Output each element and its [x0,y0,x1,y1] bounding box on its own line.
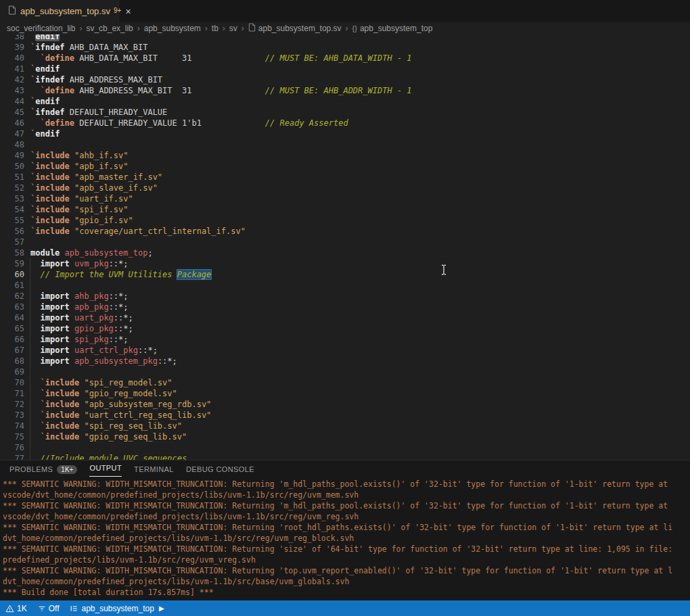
code-text: `include "gpio_reg_model.sv" [30,388,177,399]
filter-status-item[interactable]: Off [32,600,65,616]
run-play-icon[interactable]: ▶ [159,605,164,612]
breadcrumb-label: sv [229,24,237,33]
code-line-67[interactable]: 67 import uart_ctrl_pkg::*; [0,345,690,356]
run-config-label: apb_subsystem_top [81,604,154,613]
code-line-70[interactable]: 70 `include "spi_reg_model.sv" [0,377,690,388]
code-line-57[interactable]: 57 [0,237,690,247]
code-text: import apb_pkg::*; [30,302,129,312]
code-text: `include "gpio_if.sv" [30,215,133,226]
code-line-74[interactable]: 74 `include "spi_reg_seq_lib.sv" [0,421,690,431]
code-line-38[interactable]: 38`endif [0,34,690,42]
code-line-75[interactable]: 75 `include "gpio_reg_seq_lib.sv" [0,431,690,442]
code-line-58[interactable]: 58module apb_subsystem_top; [0,247,690,258]
code-text: `include "uart_if.sv" [30,193,133,204]
output-console[interactable]: *** SEMANTIC WARNING: WIDTH_MISMATCH_TRU… [0,477,690,600]
code-line-61[interactable]: 61 [0,280,690,291]
code-line-55[interactable]: 55`include "gpio_if.sv" [0,215,690,226]
code-text: `include "apb_slave_if.sv" [30,183,158,193]
code-line-72[interactable]: 72 `include "apb_subsystem_reg_rdb.sv" [0,399,690,410]
code-editor[interactable]: 38`endif39`ifndef AHB_DATA_MAX_BIT40 `de… [0,34,690,460]
tab-filename: apb_subsystem_top.sv [20,6,110,16]
line-number: 71 [0,388,24,399]
vscode-window: apb_subsystem_top.sv 9+ × soc_verificati… [0,0,690,616]
breadcrumb-item-tb[interactable]: tb [212,24,218,33]
panel-tab-label: DEBUG CONSOLE [186,465,254,473]
code-line-54[interactable]: 54`include "spi_if.sv" [0,204,690,215]
line-number: 66 [0,334,24,345]
line-number: 54 [0,204,24,215]
panel-tab-output[interactable]: OUTPUT [89,460,122,477]
code-line-44[interactable]: 44`endif [0,96,690,107]
code-line-69[interactable]: 69 [0,366,690,377]
code-line-63[interactable]: 63 import apb_pkg::*; [0,302,690,312]
line-number: 57 [0,237,24,247]
build-config-list-icon [70,605,78,613]
code-line-47[interactable]: 47`endif [0,128,690,139]
code-line-60[interactable]: 60 // Import the UVM Utilities Package [0,269,690,280]
code-line-40[interactable]: 40 `define AHB_DATA_MAX_BIT 31 // MUST B… [0,53,690,64]
line-number: 68 [0,356,24,366]
code-line-43[interactable]: 43 `define AHB_ADDRESS_MAX_BIT 31 // MUS… [0,85,690,96]
code-text: module apb_subsystem_top; [30,247,153,258]
code-line-51[interactable]: 51`include "apb_master_if.sv" [0,172,690,183]
line-number: 52 [0,183,24,193]
code-line-42[interactable]: 42`ifndef AHB_ADDRESS_MAX_BIT [0,74,690,85]
code-area: 38`endif39`ifndef AHB_DATA_MAX_BIT40 `de… [0,34,690,460]
code-line-46[interactable]: 46 `define DEFAULT_HREADY_VALUE 1'b1 // … [0,118,690,128]
output-line: dvt_home/common/predefined_projects/libs… [3,533,690,544]
code-line-50[interactable]: 50`include "apb_if.sv" [0,161,690,172]
code-line-52[interactable]: 52`include "apb_slave_if.sv" [0,183,690,193]
code-line-65[interactable]: 65 import gpio_pkg::*; [0,323,690,334]
warning-triangle-icon [5,605,14,613]
problems-status-item[interactable]: 1K [0,600,32,616]
code-line-73[interactable]: 73 `include "uart_ctrl_reg_seq_lib.sv" [0,410,690,421]
panel-tab-problems[interactable]: PROBLEMS1K+ [9,460,77,477]
filter-funnel-icon [38,605,46,613]
code-line-45[interactable]: 45`ifndef DEFAULT_HREADY_VALUE [0,107,690,118]
breadcrumb-item-apb-subsystem-top-sv[interactable]: apb_subsystem_top.sv [248,23,342,34]
panel-tab-debug-console[interactable]: DEBUG CONSOLE [186,460,254,477]
run-config-status-item[interactable]: apb_subsystem_top ▶ [64,600,169,616]
breadcrumb-label: soc_verification_lib [7,24,75,33]
line-number: 61 [0,280,24,291]
panel-tab-terminal[interactable]: TERMINAL [134,460,174,477]
code-line-68[interactable]: 68 import apb_subsystem_pkg::*; [0,356,690,366]
code-line-77[interactable]: 77 //Include module UVC sequences [0,453,690,460]
line-number: 51 [0,172,24,183]
breadcrumb-label: apb_subsystem [144,24,201,33]
code-text: `ifndef AHB_DATA_MAX_BIT [30,42,147,53]
breadcrumb-item-soc-verification-lib[interactable]: soc_verification_lib [7,24,75,33]
code-line-53[interactable]: 53`include "uart_if.sv" [0,193,690,204]
line-number: 48 [0,139,24,150]
code-line-41[interactable]: 41`endif [0,64,690,74]
code-text: import uart_ctrl_pkg::*; [30,345,158,356]
code-line-39[interactable]: 39`ifndef AHB_DATA_MAX_BIT [0,42,690,53]
line-number: 46 [0,118,24,128]
output-line: dvt_home/common/predefined_projects/libs… [3,576,690,587]
code-line-71[interactable]: 71 `include "gpio_reg_model.sv" [0,388,690,399]
panel-tab-label: PROBLEMS [9,465,53,473]
code-line-76[interactable]: 76 [0,442,690,453]
panel-tabs: PROBLEMS1K+OUTPUTTERMINALDEBUG CONSOLE [0,460,690,477]
tab-apb-subsystem-top[interactable]: apb_subsystem_top.sv 9+ × [0,0,119,22]
code-line-62[interactable]: 62 import ahb_pkg::*; [0,291,690,302]
code-line-56[interactable]: 56`include "coverage/uart_ctrl_internal_… [0,226,690,237]
close-icon[interactable]: × [125,7,131,16]
code-line-59[interactable]: 59 import uvm_pkg::*; [0,258,690,269]
editor-tab-bar: apb_subsystem_top.sv 9+ × [0,0,690,22]
breadcrumb-separator: › [242,24,244,33]
problems-count: 1K [17,604,27,613]
breadcrumb-item-apb-subsystem-top[interactable]: {}apb_subsystem_top [352,24,433,33]
output-line: *** SEMANTIC WARNING: WIDTH_MISMATCH_TRU… [3,565,690,576]
indent-guide [30,258,30,460]
line-number: 53 [0,193,24,204]
code-line-64[interactable]: 64 import uart_pkg::*; [0,312,690,323]
line-number: 72 [0,399,24,410]
code-line-49[interactable]: 49`include "ahb_if.sv" [0,150,690,161]
code-line-48[interactable]: 48 [0,139,690,150]
breadcrumb-item-sv[interactable]: sv [229,24,237,33]
breadcrumb-item-apb-subsystem[interactable]: apb_subsystem [144,24,201,33]
breadcrumb-item-sv-cb-ex-lib[interactable]: sv_cb_ex_lib [86,24,133,33]
file-icon [8,5,16,18]
code-line-66[interactable]: 66 import spi_pkg::*; [0,334,690,345]
